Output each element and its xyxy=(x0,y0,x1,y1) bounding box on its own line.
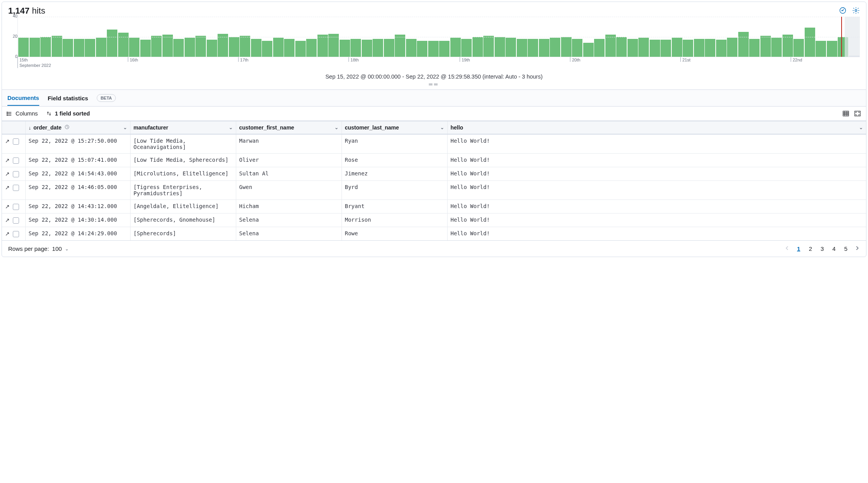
histogram-bar[interactable] xyxy=(74,39,84,57)
column-header-order-date[interactable]: ↓ order_date ⌄ xyxy=(25,121,130,135)
histogram-chart[interactable]: 02040 15thSeptember 202216th17th18th19th… xyxy=(2,16,866,71)
histogram-bar[interactable] xyxy=(284,39,295,57)
expand-row-icon[interactable]: ↗ xyxy=(5,185,10,190)
histogram-bar[interactable] xyxy=(207,40,217,57)
cell-hello[interactable]: Hello World! xyxy=(447,214,866,227)
row-checkbox[interactable] xyxy=(13,158,19,164)
histogram-bar[interactable] xyxy=(295,41,306,57)
cell-manufacturer[interactable]: [Tigress Enterprises, Pyramidustries] xyxy=(130,181,236,200)
cell-manufacturer[interactable]: [Microlutions, Elitelligence] xyxy=(130,167,236,181)
sorting-button[interactable]: 1 field sorted xyxy=(46,110,90,117)
histogram-bar[interactable] xyxy=(716,40,727,57)
histogram-bar[interactable] xyxy=(40,37,51,57)
histogram-bar[interactable] xyxy=(140,40,151,57)
histogram-bar[interactable] xyxy=(483,36,494,57)
page-number-2[interactable]: 2 xyxy=(809,245,812,252)
expand-row-icon[interactable]: ↗ xyxy=(5,217,10,223)
row-checkbox[interactable] xyxy=(13,204,19,210)
histogram-bar[interactable] xyxy=(395,35,405,57)
cell-customer_first_name[interactable]: Sultan Al xyxy=(236,167,342,181)
cell-manufacturer[interactable]: [Low Tide Media, Oceanavigations] xyxy=(130,134,236,154)
histogram-bar[interactable] xyxy=(218,34,228,57)
histogram-bar[interactable] xyxy=(561,37,572,57)
histogram-bar[interactable] xyxy=(195,36,206,57)
histogram-bar[interactable] xyxy=(373,39,383,57)
histogram-bar[interactable] xyxy=(661,40,671,57)
histogram-bar[interactable] xyxy=(583,43,594,57)
histogram-bar[interactable] xyxy=(52,36,62,57)
histogram-bar[interactable] xyxy=(805,28,815,57)
histogram-bar[interactable] xyxy=(350,39,361,57)
histogram-bar[interactable] xyxy=(107,30,117,57)
histogram-bar[interactable] xyxy=(328,34,339,57)
histogram-bar[interactable] xyxy=(428,41,439,57)
histogram-bar[interactable] xyxy=(273,38,284,57)
histogram-bar[interactable] xyxy=(240,36,250,57)
cell-customer_first_name[interactable]: Marwan xyxy=(236,134,342,154)
fullscreen-icon[interactable] xyxy=(854,110,861,117)
histogram-bar[interactable] xyxy=(262,41,272,57)
histogram-bar[interactable] xyxy=(151,36,162,57)
histogram-bar[interactable] xyxy=(472,37,483,57)
histogram-bar[interactable] xyxy=(539,39,549,57)
histogram-bar[interactable] xyxy=(461,39,472,57)
metrics-ring-icon[interactable] xyxy=(839,7,847,14)
histogram-bar[interactable] xyxy=(505,38,516,57)
cell-hello[interactable]: Hello World! xyxy=(447,167,866,181)
row-checkbox[interactable] xyxy=(13,217,19,224)
histogram-bar[interactable] xyxy=(251,39,261,57)
histogram-bar[interactable] xyxy=(749,39,760,57)
chevron-down-icon[interactable]: ⌄ xyxy=(229,125,233,130)
column-header-hello[interactable]: hello ⌄ xyxy=(447,121,866,135)
histogram-bar[interactable] xyxy=(96,38,106,57)
cell-customer_last_name[interactable]: Rose xyxy=(342,154,447,167)
column-header-customer-first-name[interactable]: customer_first_name ⌄ xyxy=(236,121,342,135)
histogram-bar[interactable] xyxy=(738,32,749,57)
cell-order_date[interactable]: Sep 22, 2022 @ 15:07:41.000 xyxy=(25,154,130,167)
cell-customer_last_name[interactable]: Jimenez xyxy=(342,167,447,181)
cell-hello[interactable]: Hello World! xyxy=(447,154,866,167)
cell-order_date[interactable]: Sep 22, 2022 @ 14:30:14.000 xyxy=(25,214,130,227)
page-number-4[interactable]: 4 xyxy=(832,245,835,252)
histogram-bar[interactable] xyxy=(627,39,638,57)
histogram-bar[interactable] xyxy=(362,40,372,57)
histogram-bar[interactable] xyxy=(616,37,627,57)
cell-hello[interactable]: Hello World! xyxy=(447,134,866,154)
cell-customer_first_name[interactable]: Selena xyxy=(236,214,342,227)
histogram-bar[interactable] xyxy=(406,39,417,57)
cell-manufacturer[interactable]: [Low Tide Media, Spherecords] xyxy=(130,154,236,167)
cell-customer_first_name[interactable]: Selena xyxy=(236,227,342,241)
histogram-bar[interactable] xyxy=(783,35,793,57)
histogram-bar[interactable] xyxy=(229,37,239,57)
rows-per-page-selector[interactable]: Rows per page: 100 ⌄ xyxy=(8,245,69,252)
chevron-down-icon[interactable]: ⌄ xyxy=(859,125,863,130)
page-number-3[interactable]: 3 xyxy=(821,245,824,252)
histogram-bar[interactable] xyxy=(384,39,394,57)
cell-hello[interactable]: Hello World! xyxy=(447,227,866,241)
histogram-bar[interactable] xyxy=(495,37,505,57)
column-header-manufacturer[interactable]: manufacturer ⌄ xyxy=(130,121,236,135)
cell-hello[interactable]: Hello World! xyxy=(447,181,866,200)
expand-row-icon[interactable]: ↗ xyxy=(5,231,10,236)
cell-hello[interactable]: Hello World! xyxy=(447,200,866,214)
histogram-bar[interactable] xyxy=(727,38,737,57)
page-number-5[interactable]: 5 xyxy=(844,245,847,252)
cell-manufacturer[interactable]: [Spherecords] xyxy=(130,227,236,241)
expand-row-icon[interactable]: ↗ xyxy=(5,158,10,163)
histogram-bar[interactable] xyxy=(306,39,317,57)
histogram-bar[interactable] xyxy=(63,39,73,57)
histogram-bar[interactable] xyxy=(793,39,804,57)
histogram-bar[interactable] xyxy=(450,38,461,57)
row-checkbox[interactable] xyxy=(13,185,19,191)
cell-customer_last_name[interactable]: Rowe xyxy=(342,227,447,241)
cell-customer_last_name[interactable]: Ryan xyxy=(342,134,447,154)
columns-button[interactable]: Columns xyxy=(7,110,38,117)
cell-order_date[interactable]: Sep 22, 2022 @ 14:24:29.000 xyxy=(25,227,130,241)
histogram-bar[interactable] xyxy=(18,38,29,57)
page-prev-button[interactable] xyxy=(784,245,790,252)
cell-customer_last_name[interactable]: Bryant xyxy=(342,200,447,214)
expand-row-icon[interactable]: ↗ xyxy=(5,204,10,209)
tab-field-statistics[interactable]: Field statistics xyxy=(48,91,88,105)
histogram-bar[interactable] xyxy=(162,35,173,57)
expand-row-icon[interactable]: ↗ xyxy=(5,171,10,177)
